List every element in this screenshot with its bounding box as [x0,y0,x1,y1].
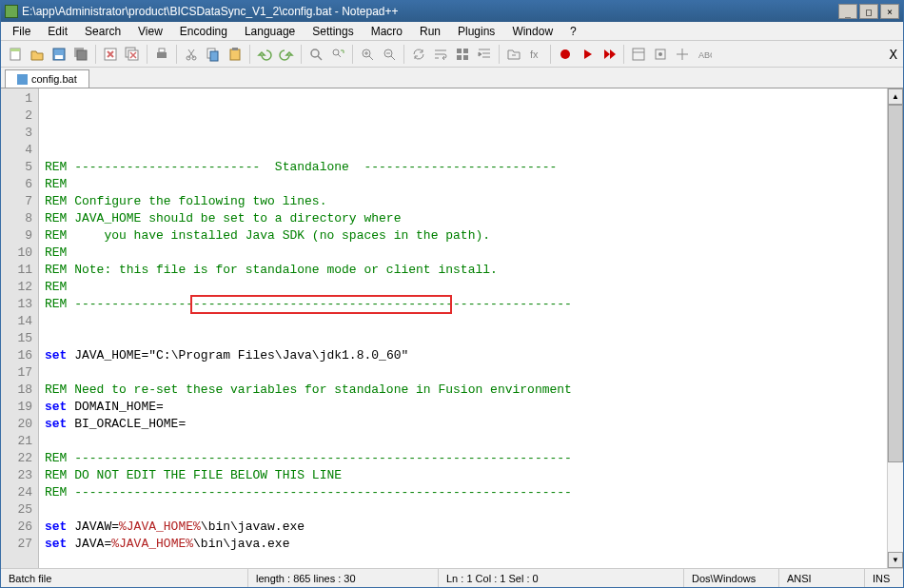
find-button[interactable] [305,44,326,65]
replace-icon [330,47,345,62]
line-number: 12 [3,279,32,296]
code-line[interactable]: REM Configure the following two lines. [45,193,881,210]
scroll-down-button[interactable]: ▼ [888,552,903,568]
code-line[interactable] [45,553,881,568]
indent-button[interactable] [474,44,495,65]
scroll-up-button[interactable]: ▲ [888,88,903,105]
func-button[interactable]: fx [525,44,546,65]
menu-encoding[interactable]: Encoding [172,23,235,40]
code-line[interactable]: REM you have installed Java SDK (no spac… [45,227,881,245]
menu-file[interactable]: File [5,23,38,40]
code-line[interactable] [45,433,881,450]
maximize-button[interactable]: □ [859,4,878,19]
code-line[interactable]: REM JAVA_HOME should be set to a directo… [45,210,881,227]
zoomout-button[interactable] [379,44,400,65]
close-button[interactable] [100,44,121,65]
save-button[interactable] [49,44,69,65]
code-line[interactable] [45,501,881,519]
svg-point-17 [311,49,319,57]
open-button[interactable] [27,44,48,65]
code-line[interactable]: REM [45,176,881,193]
menu-plugins[interactable]: Plugins [450,23,502,40]
undo-button[interactable] [254,44,275,65]
code-area[interactable]: REM ------------------------- Standalone… [39,88,887,568]
code-line[interactable]: REM ------------------------------------… [45,296,881,313]
folder-button[interactable] [503,44,524,65]
play-icon [580,47,595,62]
code-line[interactable] [45,364,881,382]
status-length: length : 865 lines : 30 [248,569,439,587]
code-line[interactable]: set JAVA=%JAVA_HOME%\bin\java.exe [45,536,881,553]
line-number: 17 [3,364,32,382]
tab-config-bat[interactable]: config.bat [5,69,89,88]
svg-text:fx: fx [530,49,539,60]
svg-rect-3 [55,55,63,59]
line-number: 11 [3,262,32,279]
replace-button[interactable] [327,44,348,65]
print-button[interactable] [151,44,172,65]
close-button[interactable]: × [880,4,899,19]
code-line[interactable]: set JAVAW=%JAVA_HOME%\bin\javaw.exe [45,519,881,536]
play-button[interactable] [577,44,598,65]
code-line[interactable]: REM ------------------------- Standalone… [45,159,881,176]
close-document-button[interactable]: X [890,47,897,62]
code-line[interactable]: REM Note: this file is for standalone mo… [45,262,881,279]
code-line[interactable]: REM Need to re-set these variables for s… [45,382,881,399]
code-line[interactable]: set BI_ORACLE_HOME= [45,416,881,433]
menu-help[interactable]: ? [562,23,584,40]
svg-rect-5 [77,50,87,60]
cut-button[interactable] [181,44,202,65]
menu-edit[interactable]: Edit [40,23,75,40]
new-button[interactable] [5,44,26,65]
scroll-track[interactable] [888,105,903,552]
code-line[interactable]: REM DO NOT EDIT THE FILE BELOW THIS LINE [45,467,881,484]
saveall-icon [73,47,88,62]
copy-button[interactable] [203,44,224,65]
menu-settings[interactable]: Settings [305,23,361,40]
tab-bar: config.bat [1,68,903,88]
misc3-button[interactable] [672,44,693,65]
zoomin-button[interactable] [357,44,378,65]
saveall-button[interactable] [70,44,91,65]
code-line[interactable]: REM [45,245,881,262]
rec-button[interactable] [555,44,576,65]
save-icon [51,47,67,62]
menu-view[interactable]: View [130,23,170,40]
all-button[interactable] [452,44,473,65]
vertical-scrollbar[interactable]: ▲ ▼ [887,88,903,568]
code-line[interactable]: REM ------------------------------------… [45,484,881,501]
sync-button[interactable] [408,44,429,65]
func-icon: fx [528,47,543,62]
svg-text:ABC: ABC [698,50,712,60]
menu-run[interactable]: Run [412,23,448,40]
line-number: 6 [3,176,32,193]
line-number: 16 [3,347,32,364]
code-line[interactable]: set JAVA_HOME="C:\Program Files\Java\jdk… [45,347,881,364]
status-encoding: ANSI [779,569,865,587]
code-line[interactable] [45,330,881,347]
svg-point-29 [658,52,662,56]
misc1-button[interactable] [628,44,649,65]
minimize-button[interactable]: _ [838,4,857,19]
status-eol: Dos\Windows [684,569,779,587]
menu-language[interactable]: Language [237,23,303,40]
misc2-button[interactable] [650,44,671,65]
app-icon [5,5,18,18]
code-line[interactable]: set DOMAIN_HOME= [45,399,881,416]
menu-window[interactable]: Window [504,23,560,40]
redo-button[interactable] [276,44,297,65]
closeall-button[interactable] [122,44,143,65]
menu-search[interactable]: Search [77,23,128,40]
line-number: 3 [3,125,32,142]
line-number: 14 [3,313,32,330]
code-line[interactable]: REM ------------------------------------… [45,450,881,467]
misc4-button[interactable]: ABC [694,44,715,65]
playm-button[interactable] [599,44,619,65]
code-line[interactable]: REM [45,279,881,296]
code-line[interactable] [45,313,881,330]
paste-button[interactable] [225,44,246,65]
menu-macro[interactable]: Macro [364,23,410,40]
code-line[interactable] [45,142,881,159]
wrap-button[interactable] [430,44,451,65]
scroll-thumb[interactable] [888,105,903,462]
